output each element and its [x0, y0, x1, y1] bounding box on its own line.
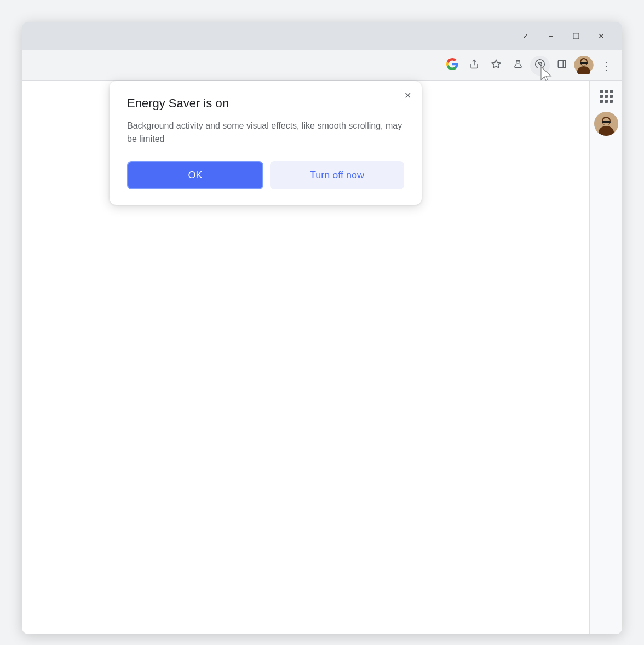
turn-off-now-button[interactable]: Turn off now: [270, 161, 404, 189]
svg-rect-10: [580, 62, 588, 64]
popup-close-icon: ✕: [404, 90, 411, 101]
energy-saver-icon: [534, 59, 545, 72]
svg-point-3: [539, 63, 540, 65]
svg-rect-4: [558, 60, 566, 68]
sidebar-toggle-button[interactable]: [552, 56, 572, 76]
side-panel: [589, 81, 622, 634]
close-icon: ✕: [598, 32, 605, 41]
popup-body: Background activity and some visual effe…: [127, 119, 404, 146]
popup-close-button[interactable]: ✕: [400, 88, 415, 103]
ok-button[interactable]: OK: [127, 161, 263, 189]
popup-actions: OK Turn off now: [127, 161, 404, 189]
bookmark-button[interactable]: [486, 56, 506, 76]
bookmark-icon: [491, 59, 501, 72]
apps-grid-icon[interactable]: [600, 90, 613, 103]
minimize-button[interactable]: −: [539, 26, 563, 46]
energy-saver-popup: ✕ Energy Saver is on Background activity…: [110, 81, 422, 205]
svg-marker-1: [492, 60, 501, 68]
experiment-icon: [513, 59, 523, 72]
minimize-icon: −: [549, 32, 553, 41]
maximize-button[interactable]: ❐: [564, 26, 588, 46]
profile-button[interactable]: [574, 56, 594, 76]
close-button[interactable]: ✕: [589, 26, 613, 46]
google-button[interactable]: [442, 56, 462, 76]
check-button[interactable]: ✓: [514, 26, 538, 46]
share-button[interactable]: [464, 56, 484, 76]
content-area: ✕ Energy Saver is on Background activity…: [22, 81, 622, 634]
energy-saver-button[interactable]: [530, 56, 550, 76]
svg-rect-15: [602, 121, 611, 123]
maximize-icon: ❐: [573, 32, 580, 41]
popup-title: Energy Saver is on: [127, 96, 404, 111]
google-icon: [446, 58, 458, 73]
profile-avatar: [574, 56, 594, 76]
title-bar: ✓ − ❐ ✕: [22, 22, 622, 50]
browser-window: ✓ − ❐ ✕: [22, 22, 622, 634]
side-profile-avatar[interactable]: [594, 112, 618, 136]
window-controls: ✓ − ❐ ✕: [514, 26, 613, 46]
sidebar-icon: [557, 59, 567, 72]
more-menu-icon: ⋮: [601, 59, 611, 72]
check-icon: ✓: [522, 32, 529, 41]
toolbar: ⋮: [22, 50, 622, 81]
share-icon: [469, 59, 479, 72]
more-menu-button[interactable]: ⋮: [596, 56, 616, 76]
experiment-button[interactable]: [508, 56, 528, 76]
